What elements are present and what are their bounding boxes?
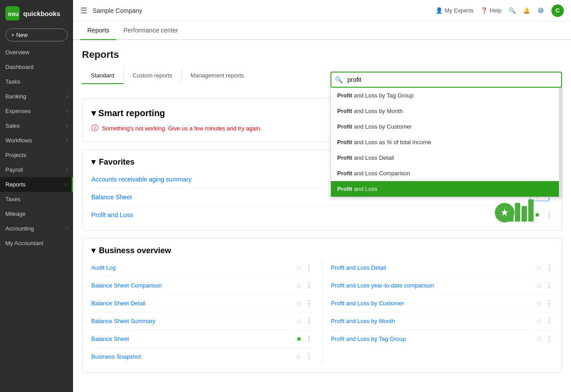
- biz-report-name[interactable]: Profit and Loss by Customer: [331, 300, 404, 307]
- error-message: ⓘ Something's not working. Give us a few…: [91, 124, 262, 133]
- biz-star-icon[interactable]: ☆: [296, 299, 302, 307]
- logo-area: intuit quickbooks: [0, 0, 73, 27]
- search-button[interactable]: 🔍: [509, 7, 516, 14]
- settings-button[interactable]: ⚙️: [537, 7, 544, 14]
- biz-more-icon[interactable]: ⋮: [546, 317, 553, 325]
- biz-col-right: Profit and Loss Detail ☆ ⋮ Profit and Lo…: [322, 259, 553, 365]
- biz-report-name[interactable]: Profit and Loss Detail: [331, 264, 386, 271]
- biz-star-icon[interactable]: ☆: [536, 281, 542, 290]
- biz-list-item: Balance Sheet Summary ☆ ⋮: [91, 312, 313, 330]
- company-name-label: Sample Company: [93, 7, 142, 14]
- biz-list-item: Balance Sheet Comparison ☆ ⋮: [91, 277, 313, 295]
- search-wrapper: 🔍 Profit and Loss by Tag GroupProfit and…: [330, 72, 562, 88]
- biz-star-icon[interactable]: ☆: [296, 317, 302, 325]
- biz-more-icon[interactable]: ⋮: [306, 281, 313, 290]
- sidebar-item-sales[interactable]: Sales ›: [0, 118, 73, 133]
- biz-list-item: Profit and Loss year-to-date comparison …: [331, 277, 553, 295]
- chevron-down-icon: ▾: [91, 108, 96, 118]
- biz-more-icon[interactable]: ⋮: [306, 317, 313, 325]
- biz-more-icon[interactable]: ⋮: [306, 335, 313, 343]
- hamburger-icon[interactable]: ☰: [80, 6, 87, 16]
- my-experts-button[interactable]: 👤 My Experts: [436, 7, 473, 14]
- sidebar-label: My Accountant: [5, 240, 43, 247]
- help-button[interactable]: ❓ Help: [481, 7, 502, 14]
- sidebar-item-banking[interactable]: Banking ›: [0, 89, 73, 104]
- my-experts-icon: 👤: [436, 7, 443, 14]
- biz-star-icon[interactable]: ☆: [536, 299, 542, 307]
- biz-star-icon[interactable]: ★: [296, 335, 302, 343]
- biz-more-icon[interactable]: ⋮: [306, 263, 313, 272]
- sidebar-label: Tasks: [5, 78, 20, 85]
- biz-more-icon[interactable]: ⋮: [546, 299, 553, 307]
- sidebar-item-accounting[interactable]: Accounting ›: [0, 221, 73, 236]
- biz-more-icon[interactable]: ⋮: [546, 263, 553, 272]
- page-title: Reports: [82, 49, 562, 61]
- fav-report-name[interactable]: Accounts receivable aging summary: [91, 176, 192, 183]
- user-avatar[interactable]: C: [551, 4, 564, 17]
- sidebar-item-reports[interactable]: Reports ›: [0, 177, 73, 192]
- dropdown-bold: Profit: [337, 170, 352, 177]
- sidebar-item-tasks[interactable]: Tasks: [0, 74, 73, 89]
- biz-report-name[interactable]: Profit and Loss year-to-date comparison: [331, 282, 434, 289]
- report-tab-standard[interactable]: Standard: [82, 68, 123, 84]
- new-button[interactable]: + New: [5, 28, 68, 41]
- sidebar-label: Banking: [5, 93, 26, 100]
- dropdown-rest: and Loss Detail: [352, 154, 394, 161]
- report-tab-custom-reports[interactable]: Custom reports: [123, 68, 181, 84]
- dropdown-item-profit-loss-comparison[interactable]: Profit and Loss Comparison: [331, 166, 562, 181]
- dropdown-item-profit-loss[interactable]: Profit and Loss: [331, 181, 562, 197]
- sidebar-item-expenses[interactable]: Expenses ›: [0, 104, 73, 118]
- biz-report-name[interactable]: Balance Sheet: [91, 335, 129, 342]
- sidebar-label: Expenses: [5, 108, 31, 114]
- sidebar-item-my-accountant[interactable]: My Accountant: [0, 236, 73, 251]
- dropdown-item-profit-loss-month[interactable]: Profit and Loss by Month: [331, 103, 562, 119]
- sidebar-label: Payroll: [5, 166, 23, 173]
- search-dropdown: Profit and Loss by Tag GroupProfit and L…: [330, 88, 562, 197]
- biz-report-name[interactable]: Profit and Loss by Month: [331, 318, 395, 324]
- sidebar-label: Dashboard: [5, 64, 34, 70]
- error-text: Something's not working. Give us a few m…: [102, 125, 262, 132]
- help-label: Help: [489, 7, 502, 14]
- sidebar-item-mileage[interactable]: Mileage: [0, 206, 73, 221]
- sidebar-item-taxes[interactable]: Taxes: [0, 192, 73, 206]
- tab-performance-center[interactable]: Performance center: [116, 21, 185, 40]
- fav-report-name[interactable]: Profit and Loss: [91, 211, 133, 218]
- biz-list-item: Profit and Loss by Customer ☆ ⋮: [331, 295, 553, 312]
- biz-report-name[interactable]: Audit Log: [91, 264, 116, 271]
- report-tab-management-reports[interactable]: Management reports: [181, 68, 253, 84]
- dropdown-item-profit-loss-pct[interactable]: Profit and Loss as % of total income: [331, 134, 562, 150]
- biz-star-icon[interactable]: ☆: [296, 281, 302, 290]
- sidebar-item-payroll[interactable]: Payroll ›: [0, 162, 73, 177]
- search-input[interactable]: [330, 72, 562, 88]
- tab-reports[interactable]: Reports: [80, 21, 116, 40]
- biz-report-name[interactable]: Balance Sheet Detail: [91, 300, 145, 307]
- notifications-button[interactable]: 🔔: [523, 7, 530, 14]
- biz-more-icon[interactable]: ⋮: [306, 352, 313, 361]
- biz-star-icon[interactable]: ☆: [536, 263, 542, 272]
- biz-report-name[interactable]: Balance Sheet Comparison: [91, 282, 162, 289]
- biz-star-icon[interactable]: ☆: [536, 335, 542, 343]
- biz-more-icon[interactable]: ⋮: [546, 281, 553, 290]
- biz-star-icon[interactable]: ☆: [536, 317, 542, 325]
- sidebar-item-dashboard[interactable]: Dashboard: [0, 60, 73, 74]
- biz-star-icon[interactable]: ☆: [296, 352, 302, 361]
- biz-report-name[interactable]: Profit and Loss by Tag Group: [331, 335, 406, 342]
- sidebar-item-workflows[interactable]: Workflows ›: [0, 133, 73, 148]
- topbar-right: 👤 My Experts ❓ Help 🔍 🔔 ⚙️ C: [436, 4, 564, 17]
- dropdown-item-profit-loss-detail[interactable]: Profit and Loss Detail: [331, 150, 562, 166]
- biz-report-name[interactable]: Balance Sheet Summary: [91, 318, 155, 324]
- biz-more-icon[interactable]: ⋮: [306, 299, 313, 307]
- sidebar-item-overview[interactable]: Overview: [0, 45, 73, 60]
- dropdown-item-profit-loss-customer[interactable]: Profit and Loss by Customer: [331, 119, 562, 134]
- bar-3: [522, 206, 527, 222]
- dropdown-item-profit-loss-tag[interactable]: Profit and Loss by Tag Group: [331, 88, 562, 103]
- biz-item-actions: ☆ ⋮: [536, 317, 553, 325]
- biz-report-name[interactable]: Business Snapshot: [91, 353, 141, 360]
- sidebar-navigation: Overview Dashboard Tasks Banking › Expen…: [0, 45, 73, 392]
- sidebar-item-projects[interactable]: Projects: [0, 148, 73, 162]
- fav-report-name[interactable]: Balance Sheet: [91, 194, 132, 201]
- bar-4: [528, 199, 534, 222]
- biz-star-icon[interactable]: ☆: [296, 263, 302, 272]
- biz-more-icon[interactable]: ⋮: [546, 335, 553, 343]
- dropdown-scrollbar[interactable]: [559, 88, 562, 197]
